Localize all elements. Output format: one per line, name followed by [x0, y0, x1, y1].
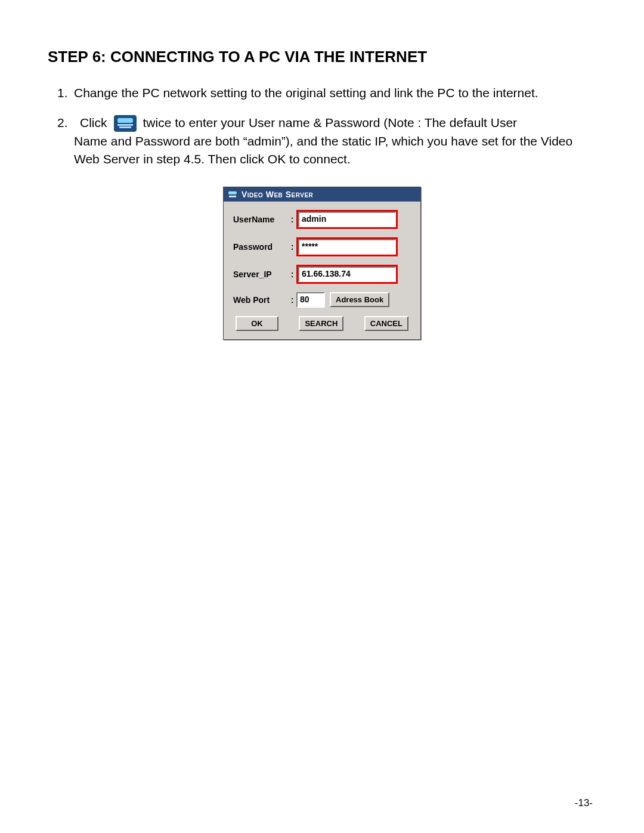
list-item-2-after: twice to enter your User name & Password…: [143, 114, 518, 132]
username-colon: :: [288, 215, 296, 224]
login-dialog: Video Web Server UserName : admin Passwo…: [223, 187, 421, 340]
svg-rect-1: [117, 118, 133, 123]
webport-label: Web Port: [233, 295, 288, 305]
password-field[interactable]: *****: [298, 239, 396, 255]
webport-colon: :: [288, 295, 296, 305]
page-number: -13-: [575, 797, 593, 809]
svg-rect-5: [228, 191, 237, 194]
username-field[interactable]: admin: [298, 212, 396, 227]
svg-rect-3: [119, 126, 131, 128]
titlebar-icon: [227, 190, 238, 199]
webport-field[interactable]: 80: [296, 292, 325, 308]
dialog-title: Video Web Server: [242, 190, 313, 199]
serverip-label: Server_IP: [233, 270, 288, 279]
password-highlight: *****: [296, 237, 398, 256]
serverip-highlight: 61.66.138.74: [296, 265, 398, 284]
server-app-icon: [113, 114, 137, 132]
page-heading: STEP 6: CONNECTING TO A PC VIA THE INTER…: [48, 48, 596, 66]
serverip-colon: :: [288, 270, 296, 279]
svg-rect-0: [114, 115, 137, 132]
dialog-titlebar: Video Web Server: [224, 187, 420, 202]
list-item-1: 1.Change the PC network setting to the o…: [57, 84, 596, 102]
list-item-1-text: Change the PC network setting to the ori…: [74, 86, 538, 100]
list-item-2-number: 2.: [57, 114, 74, 132]
username-label: UserName: [233, 215, 288, 224]
search-button[interactable]: SEARCH: [299, 316, 343, 331]
serverip-field[interactable]: 61.66.138.74: [298, 267, 396, 282]
address-book-button[interactable]: Adress Book: [330, 292, 389, 307]
list-item-2: 2. Click twice to enter your User name &…: [57, 114, 596, 168]
password-colon: :: [288, 242, 296, 252]
ok-button[interactable]: OK: [236, 316, 278, 331]
cancel-button[interactable]: CANCEL: [364, 316, 408, 331]
username-highlight: admin: [296, 210, 398, 229]
list-item-2-line2: Name and Password are both “admin”), and…: [74, 132, 596, 169]
svg-rect-2: [117, 124, 133, 126]
list-item-1-number: 1.: [57, 84, 74, 102]
password-label: Password: [233, 242, 288, 252]
list-item-2-before: Click: [80, 114, 107, 132]
svg-rect-6: [229, 196, 236, 197]
